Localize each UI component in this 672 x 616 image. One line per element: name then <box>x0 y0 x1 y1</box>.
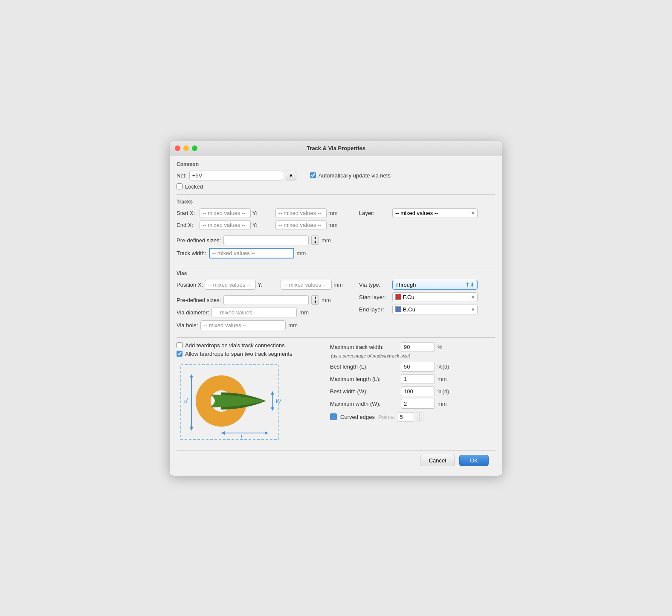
end-layer-value: B.Cu <box>403 306 415 313</box>
curved-edges-icon: － <box>330 413 337 420</box>
best-width-input[interactable]: 100 <box>401 386 435 396</box>
vias-left-col: Position X: -- mixed values -- Y: -- mix… <box>177 280 350 333</box>
net-label: Net: <box>177 172 187 179</box>
predefined-row: Pre-defined sizes: ⬆⬇ mm <box>177 235 350 245</box>
pos-unit: mm <box>333 282 343 288</box>
end-layer-color <box>395 306 401 312</box>
pos-y-label: Y: <box>258 282 279 288</box>
max-width-input[interactable]: 2 <box>401 399 435 409</box>
pos-y-input[interactable]: -- mixed values -- <box>281 280 332 290</box>
via-predefined-spin[interactable]: ⬆⬇ <box>311 295 319 305</box>
locked-label: Locked <box>185 183 203 190</box>
end-layer-dropdown[interactable]: B.Cu ▾ <box>392 305 478 314</box>
vias-columns: Position X: -- mixed values -- Y: -- mix… <box>177 280 495 333</box>
max-width-row: Maximum width (W): 2 mm <box>330 399 495 409</box>
track-width-label: Track width: <box>177 250 206 256</box>
predefined-input[interactable] <box>223 235 309 245</box>
allow-teardrops-label: Allow teardrops to span two track segmen… <box>185 351 292 357</box>
best-length-unit: %(d) <box>437 363 450 370</box>
tracks-left-col: Start X: -- mixed values -- Y: -- mixed … <box>177 208 350 262</box>
via-type-value: Through <box>395 282 416 288</box>
vias-right-col: Via type: Through ⬆⬇ Start layer: F.Cu <box>359 280 495 333</box>
start-x-row: Start X: -- mixed values -- Y: -- mixed … <box>177 208 350 218</box>
vias-section: Vias Position X: -- mixed values -- Y: -… <box>177 270 495 333</box>
max-length-label: Maximum length (L): <box>330 376 398 382</box>
content-area: Common Net: +5V ▾ Automatically update v… <box>170 156 502 476</box>
best-width-row: Best width (W): 100 %(d) <box>330 386 495 396</box>
svg-marker-10 <box>190 374 193 378</box>
max-track-input[interactable]: 90 <box>401 342 435 352</box>
end-x-input[interactable]: -- mixed values -- <box>200 220 251 230</box>
tracks-section: Tracks Start X: -- mixed values -- Y: --… <box>177 199 495 262</box>
start-layer-color <box>395 294 401 300</box>
best-width-label: Best width (W): <box>330 388 398 395</box>
best-width-unit: %(d) <box>437 388 450 395</box>
net-input[interactable]: +5V <box>189 171 283 180</box>
ok-button[interactable]: OK <box>459 455 489 466</box>
via-hole-input[interactable]: -- mixed values -- <box>200 320 286 330</box>
layer-label: Layer: <box>359 210 389 216</box>
title-bar: Track & Via Properties <box>170 141 502 156</box>
track-width-row: Track width: -- mixed values -- mm <box>177 248 350 259</box>
points-input[interactable]: 5 <box>397 412 414 422</box>
via-diameter-input[interactable]: -- mixed values -- <box>211 308 297 317</box>
cancel-button[interactable]: Cancel <box>420 455 455 466</box>
minimize-button[interactable] <box>183 145 189 151</box>
via-predefined-input[interactable] <box>223 295 309 305</box>
start-layer-value: F.Cu <box>403 294 414 300</box>
vias-section-label: Vias <box>177 270 495 276</box>
best-length-row: Best length (L): 50 %(d) <box>330 362 495 372</box>
teardrops-area: Add teardrops on via's track connections… <box>177 342 330 446</box>
end-y-label: Y: <box>252 222 274 228</box>
add-teardrops-checkbox[interactable] <box>177 342 182 348</box>
svg-marker-11 <box>190 427 193 430</box>
bottom-section: Add teardrops on via's track connections… <box>177 342 495 446</box>
close-button[interactable] <box>175 145 180 151</box>
pos-x-label: Position X: <box>177 282 203 288</box>
end-layer-arrow-icon: ▾ <box>472 306 475 313</box>
best-length-label: Best length (L): <box>330 363 398 370</box>
start-y-input[interactable]: -- mixed values -- <box>275 208 327 218</box>
max-track-label: Maximum track width: <box>330 344 398 350</box>
percentage-note: (as a percentage of pad/via/track size) <box>331 353 495 358</box>
via-type-dropdown[interactable]: Through ⬆⬇ <box>392 280 478 290</box>
tracks-section-label: Tracks <box>177 199 495 205</box>
svg-text:d: d <box>184 398 188 404</box>
end-x-row: End X: -- mixed values -- Y: -- mixed va… <box>177 220 350 230</box>
via-hole-row: Via hole: -- mixed values -- mm <box>177 320 350 330</box>
locked-row: Locked <box>177 183 495 190</box>
via-diameter-row: Via diameter: -- mixed values -- mm <box>177 308 350 317</box>
curved-edges-row: － Curved edges Points: 5 ⬆⬇ <box>330 412 495 422</box>
via-type-label: Via type: <box>359 282 389 288</box>
teardrop-diagram: d W L <box>177 360 283 446</box>
track-width-input[interactable]: -- mixed values -- <box>209 248 294 259</box>
auto-update-checkbox[interactable] <box>310 172 316 178</box>
locked-checkbox[interactable] <box>177 183 182 189</box>
best-length-input[interactable]: 50 <box>401 362 435 372</box>
via-type-row: Via type: Through ⬆⬇ <box>359 280 495 290</box>
allow-teardrops-checkbox[interactable] <box>177 351 182 357</box>
start-y-label: Y: <box>252 210 274 216</box>
max-length-row: Maximum length (L): 1 mm <box>330 374 495 384</box>
footer: Cancel OK <box>177 450 495 471</box>
points-spin[interactable]: ⬆⬇ <box>416 412 423 421</box>
pos-x-input[interactable]: -- mixed values -- <box>205 280 256 290</box>
start-layer-label: Start layer: <box>359 294 389 300</box>
via-hole-label: Via hole: <box>177 322 198 328</box>
end-y-input[interactable]: -- mixed values -- <box>275 220 327 230</box>
start-x-input[interactable]: -- mixed values -- <box>200 208 251 218</box>
pos-x-row: Position X: -- mixed values -- Y: -- mix… <box>177 280 350 290</box>
start-layer-dropdown[interactable]: F.Cu ▾ <box>392 292 478 302</box>
max-length-input[interactable]: 1 <box>401 374 435 384</box>
svg-marker-14 <box>271 391 274 395</box>
via-predefined-unit: mm <box>322 297 331 303</box>
net-dropdown-button[interactable]: ▾ <box>286 171 296 180</box>
add-teardrops-label: Add teardrops on via's track connections <box>185 342 285 349</box>
end-layer-row: End layer: B.Cu ▾ <box>359 305 495 314</box>
predefined-spin[interactable]: ⬆⬇ <box>311 235 319 245</box>
layer-dropdown[interactable]: -- mixed values -- ▾ <box>392 208 478 218</box>
maximize-button[interactable] <box>192 145 197 151</box>
via-diameter-unit: mm <box>299 309 309 316</box>
max-width-unit: mm <box>437 401 450 407</box>
add-teardrops-row: Add teardrops on via's track connections <box>177 342 330 349</box>
